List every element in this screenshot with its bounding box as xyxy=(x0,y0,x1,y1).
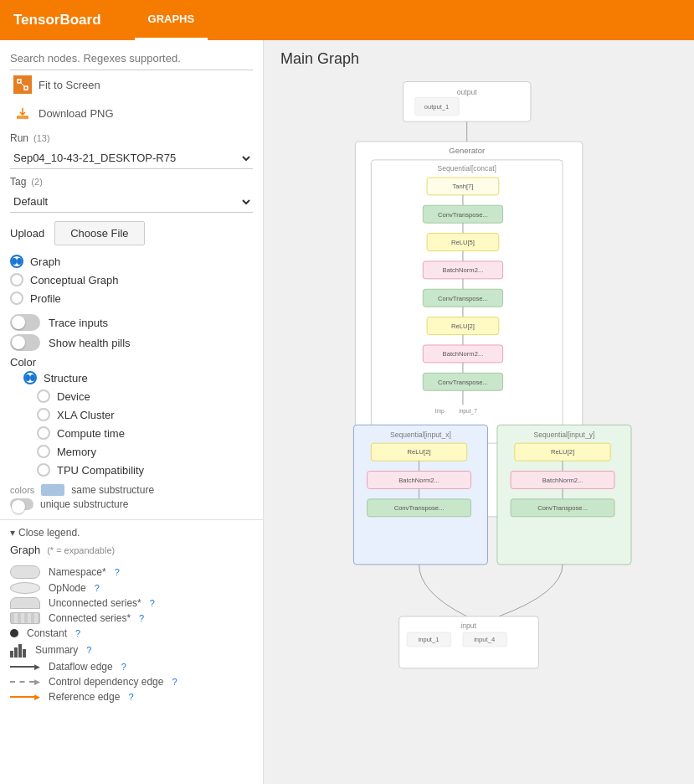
conceptual-graph-radio[interactable]: Conceptual Graph xyxy=(10,271,253,289)
color-structure-label: Structure xyxy=(44,372,88,384)
unique-substructure-row: unique substructure xyxy=(10,498,253,510)
unique-substructure-toggle[interactable] xyxy=(10,498,33,510)
profile-radio[interactable]: Profile xyxy=(10,289,253,307)
same-substructure-label: same substructure xyxy=(71,484,154,496)
show-health-pills-toggle[interactable] xyxy=(10,334,40,351)
unique-substructure-label: unique substructure xyxy=(40,498,128,510)
constant-help[interactable]: ? xyxy=(75,628,80,638)
color-xla-radio[interactable]: XLA Cluster xyxy=(37,405,253,424)
run-label: Run xyxy=(10,132,28,144)
trace-inputs-toggle[interactable] xyxy=(10,314,40,331)
connected-series-shape xyxy=(10,612,40,624)
graph-canvas: output output_1 Generator Sequential[con… xyxy=(264,74,694,784)
constant-label: Constant xyxy=(27,627,67,639)
color-compute-radio-circle xyxy=(37,426,50,440)
graph-svg[interactable]: output output_1 Generator Sequential[con… xyxy=(264,74,694,784)
relu2-label: ReLU[2] xyxy=(451,322,475,330)
generator-label: Generator xyxy=(449,146,486,155)
opnode-help[interactable]: ? xyxy=(95,583,100,593)
color-structure-radio[interactable]: Structure xyxy=(23,369,253,387)
reference-edge-label: Reference edge xyxy=(49,691,120,703)
graph-area[interactable]: Main Graph output output_1 Generator Seq… xyxy=(264,40,694,784)
legend-section: ▾ Close legend. Graph (* = expandable) N… xyxy=(0,519,263,713)
legend-toggle[interactable]: ▾ Close legend. xyxy=(10,527,253,539)
output-label: output xyxy=(457,88,477,96)
color-tpu-radio-circle xyxy=(37,463,50,477)
svg-line-2 xyxy=(21,83,24,86)
constant-shape xyxy=(10,629,18,637)
summary-help[interactable]: ? xyxy=(86,645,91,655)
color-memory-radio-circle xyxy=(37,445,50,458)
control-dep-edge-shape: ▶ xyxy=(10,676,40,688)
svg-rect-0 xyxy=(18,80,21,83)
colors-label: colors xyxy=(10,485,34,495)
input-label: input xyxy=(460,622,476,630)
summary-label: Summary xyxy=(35,644,78,656)
tag-dropdown[interactable]: Default xyxy=(10,191,253,213)
namespace-help[interactable]: ? xyxy=(115,567,120,577)
sequential-concat-label: Sequential[concat] xyxy=(437,164,496,173)
relu-x-label: ReLU[2] xyxy=(408,448,431,456)
legend-dataflow-edge: ▶ Dataflow edge ? xyxy=(10,661,253,673)
bn1-label: BatchNorm2... xyxy=(443,266,484,274)
color-memory-radio[interactable]: Memory xyxy=(37,442,253,461)
trace-inputs-row: Trace inputs xyxy=(10,314,253,331)
legend-opnode: OpNode ? xyxy=(10,582,253,594)
unconnected-series-shape xyxy=(10,597,40,609)
graph-radio[interactable]: Graph xyxy=(10,252,253,271)
fit-to-screen-button[interactable]: Fit to Screen xyxy=(10,70,253,99)
choose-file-button[interactable]: Choose File xyxy=(54,221,144,245)
graph-radio-circle xyxy=(10,255,23,268)
opnode-shape xyxy=(10,582,40,594)
fit-icon xyxy=(13,75,32,94)
graph-title: Main Graph xyxy=(264,40,694,68)
conv3-label: ConvTranspose... xyxy=(438,379,488,386)
same-substructure-swatch xyxy=(41,484,64,496)
run-label-row: Run (13) xyxy=(10,132,253,144)
color-section: Color Structure Device XLA Cluster xyxy=(10,356,253,479)
substructure-section: colors same substructure unique substruc… xyxy=(10,484,253,510)
namespace-label: Namespace* xyxy=(49,566,106,578)
run-dropdown[interactable]: Sep04_10-43-21_DESKTOP-R75 xyxy=(10,147,253,169)
legend-graph-label: Graph xyxy=(10,544,40,556)
svg-text:input_4: input_4 xyxy=(474,636,496,643)
connected-series-help[interactable]: ? xyxy=(139,613,144,623)
dataflow-edge-help[interactable]: ? xyxy=(121,662,126,672)
svg-text:input_1: input_1 xyxy=(418,636,439,643)
dataflow-edge-shape: ▶ xyxy=(10,661,40,673)
control-dep-edge-label: Control dependency edge xyxy=(49,676,163,688)
reference-edge-help[interactable]: ? xyxy=(128,692,133,702)
bn2-label: BatchNorm2... xyxy=(443,350,484,358)
legend-constant: Constant ? xyxy=(10,627,253,639)
bn-x-label: BatchNorm2... xyxy=(398,477,440,484)
color-tpu-radio[interactable]: TPU Compatibility xyxy=(37,461,253,479)
unconnected-series-label: Unconnected series* xyxy=(49,597,141,609)
color-compute-label: Compute time xyxy=(57,427,125,440)
color-compute-radio[interactable]: Compute time xyxy=(37,424,253,442)
search-input[interactable] xyxy=(10,47,253,70)
legend-connected-series: Connected series* ? xyxy=(10,612,253,624)
profile-label: Profile xyxy=(30,292,61,305)
download-png-label: Download PNG xyxy=(39,107,114,120)
summary-shape xyxy=(10,642,27,658)
color-device-radio[interactable]: Device xyxy=(37,387,253,405)
show-health-pills-label: Show health pills xyxy=(49,337,131,349)
bn-y-label: BatchNorm2... xyxy=(542,477,583,484)
legend-toggle-label: Close legend. xyxy=(18,527,80,539)
chevron-down-icon: ▾ xyxy=(10,527,15,539)
color-label: Color xyxy=(10,356,36,369)
legend-control-dep-edge: ▶ Control dependency edge ? xyxy=(10,676,253,688)
unconnected-series-help[interactable]: ? xyxy=(150,598,155,608)
tag-label: Tag xyxy=(10,176,26,188)
nav-graphs[interactable]: GRAPHS xyxy=(135,0,208,40)
fit-to-screen-label: Fit to Screen xyxy=(39,79,100,91)
svg-rect-1 xyxy=(24,86,28,90)
profile-radio-circle xyxy=(10,291,23,305)
control-dep-edge-help[interactable]: ? xyxy=(172,677,177,687)
color-device-radio-circle xyxy=(37,389,50,403)
relu1-label: ReLU[5] xyxy=(451,239,475,246)
upload-label: Upload xyxy=(10,227,44,240)
app-brand: TensorBoard xyxy=(13,12,101,28)
download-png-button[interactable]: Download PNG xyxy=(10,99,253,127)
trace-inputs-label: Trace inputs xyxy=(49,317,108,329)
